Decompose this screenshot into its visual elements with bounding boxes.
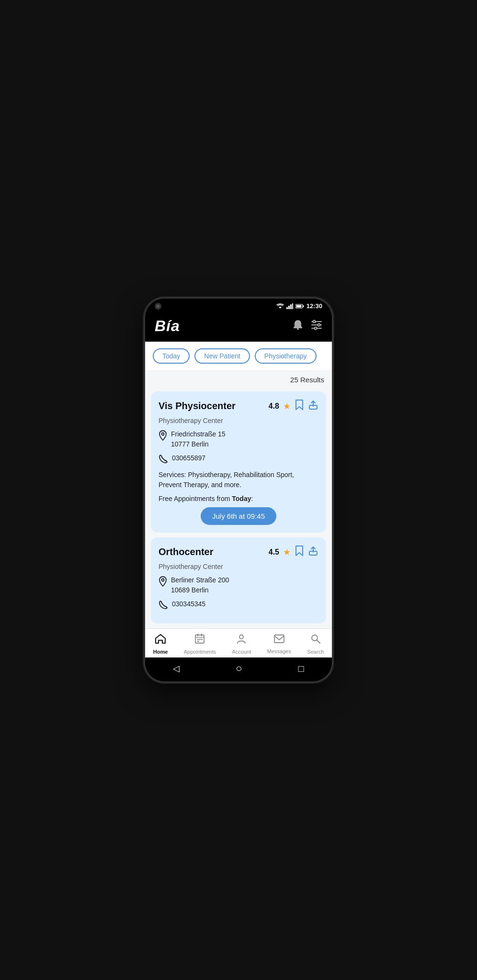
address-row-1: Friedrichstraße 15 10777 Berlin: [159, 429, 318, 449]
phone-row-1: 030655897: [159, 453, 318, 466]
address-text-1: Friedrichstraße 15 10777 Berlin: [171, 429, 226, 449]
clinic-name-2: Orthocenter: [159, 546, 265, 557]
svg-rect-28: [274, 635, 284, 643]
svg-rect-23: [197, 639, 199, 640]
star-icon-2: ★: [283, 547, 291, 557]
phone-shell: 12:30 Bía: [145, 299, 332, 681]
svg-point-12: [313, 320, 316, 323]
time-display: 12:30: [307, 302, 322, 310]
bell-icon[interactable]: [293, 319, 303, 334]
card-type-1: Physiotherapy Center: [159, 417, 318, 424]
card-header-2: Orthocenter 4.5 ★: [159, 545, 318, 559]
svg-rect-4: [292, 303, 293, 309]
card-header-1: Vis Physiocenter 4.8 ★: [159, 399, 318, 413]
svg-rect-6: [303, 305, 304, 307]
account-icon: [236, 634, 247, 647]
svg-rect-25: [201, 639, 203, 640]
svg-point-27: [239, 635, 243, 639]
recents-button[interactable]: [298, 663, 304, 674]
filter-chips: Today New Patient Physiotherapy: [145, 342, 332, 371]
star-icon-1: ★: [283, 401, 291, 412]
nav-search[interactable]: Search: [307, 634, 324, 655]
appointment-label-1: Free Appointments from Today:: [159, 495, 318, 502]
wifi-icon: [276, 303, 284, 309]
svg-rect-3: [290, 304, 292, 309]
location-icon-1: [159, 430, 167, 443]
signal-icon: [286, 303, 293, 309]
home-icon: [155, 634, 166, 647]
rating-1: 4.8: [269, 402, 279, 411]
system-nav: [145, 657, 332, 681]
nav-appointments[interactable]: Appointments: [184, 634, 216, 655]
app-logo: Bía: [155, 317, 180, 335]
filter-chip-physiotherapy[interactable]: Physiotherapy: [255, 348, 317, 364]
rating-2: 4.5: [269, 548, 279, 557]
svg-rect-26: [197, 641, 199, 642]
clinic-name-1: Vis Physiocenter: [159, 401, 265, 412]
camera-dot: [155, 303, 161, 310]
bookmark-icon-2[interactable]: [295, 545, 304, 559]
home-button[interactable]: [236, 662, 242, 675]
svg-rect-2: [288, 306, 290, 309]
filter-chip-today[interactable]: Today: [153, 348, 190, 364]
nav-messages[interactable]: Messages: [267, 634, 291, 654]
svg-rect-1: [286, 307, 288, 309]
header-icons: [293, 319, 322, 334]
address-row-2: Berliner Straße 200 10689 Berlin: [159, 575, 318, 595]
nav-account[interactable]: Account: [232, 634, 251, 655]
phone-icon-2: [159, 600, 168, 612]
card-type-2: Physiotherapy Center: [159, 563, 318, 570]
nav-label-appointments: Appointments: [184, 649, 216, 655]
location-icon-2: [159, 576, 167, 589]
svg-rect-24: [199, 639, 201, 640]
filter-chip-new-patient[interactable]: New Patient: [194, 348, 250, 364]
svg-point-13: [318, 323, 320, 326]
results-count: 25 Results: [145, 371, 332, 387]
card-orthocenter: Orthocenter 4.5 ★ Physiotherapy Center B…: [151, 537, 326, 624]
filter-icon[interactable]: [311, 320, 322, 333]
svg-line-30: [317, 640, 320, 644]
address-text-2: Berliner Straße 200 10689 Berlin: [171, 575, 229, 595]
card-vis-physiocenter: Vis Physiocenter 4.8 ★ Physiotherapy Cen…: [151, 391, 326, 533]
phone-text-1: 030655897: [172, 453, 205, 463]
share-icon-1[interactable]: [308, 400, 318, 412]
status-bar: 12:30: [145, 299, 332, 312]
phone-text-2: 030345345: [172, 599, 205, 609]
appointments-icon: [194, 634, 205, 647]
status-icons: 12:30: [276, 302, 322, 310]
app-header: Bía: [145, 312, 332, 342]
bottom-nav: Home Appointments Account Messages Searc…: [145, 628, 332, 657]
svg-rect-8: [297, 328, 299, 330]
back-button[interactable]: [173, 663, 180, 674]
nav-label-messages: Messages: [267, 648, 291, 654]
svg-point-16: [162, 433, 164, 435]
svg-point-14: [315, 327, 317, 329]
phone-icon-1: [159, 454, 168, 466]
bookmark-icon-1[interactable]: [295, 399, 304, 413]
messages-icon: [273, 634, 285, 646]
nav-label-account: Account: [232, 649, 251, 655]
nav-home[interactable]: Home: [153, 634, 168, 655]
svg-rect-7: [296, 305, 301, 307]
search-icon: [310, 634, 321, 647]
phone-row-2: 030345345: [159, 599, 318, 612]
nav-label-search: Search: [307, 649, 324, 655]
battery-icon: [295, 304, 304, 309]
nav-label-home: Home: [153, 649, 168, 655]
svg-marker-0: [279, 307, 282, 309]
share-icon-2[interactable]: [308, 546, 318, 558]
svg-point-18: [162, 579, 164, 581]
services-text-1: Services: Physiotherapy, Rehabilitation …: [159, 470, 318, 490]
main-content: Today New Patient Physiotherapy 25 Resul…: [145, 342, 332, 628]
appointment-btn-1[interactable]: July 6th at 09:45: [201, 507, 276, 525]
